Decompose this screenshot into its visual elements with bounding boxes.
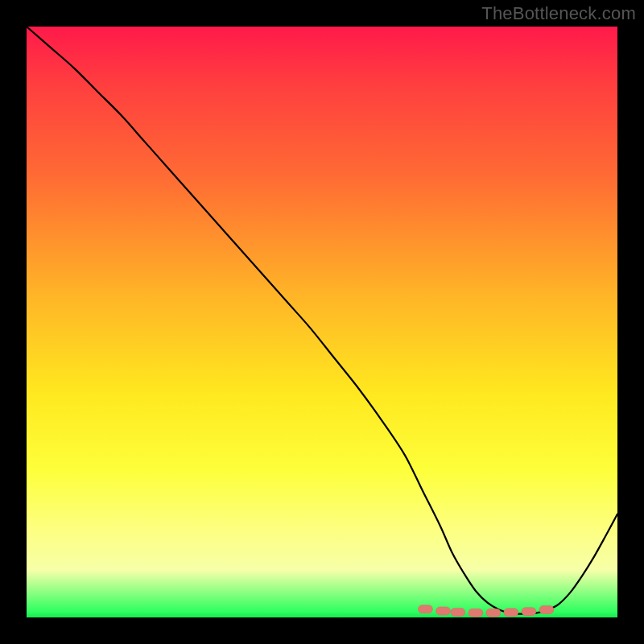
curve-marker <box>522 608 536 616</box>
chart-frame: TheBottleneck.com <box>0 0 644 644</box>
curve-marker <box>469 609 483 617</box>
curve-marker <box>504 609 518 617</box>
curve-marker <box>436 607 450 615</box>
curve-marker <box>539 605 554 613</box>
curve-marker <box>486 609 501 617</box>
markers-group <box>418 605 553 617</box>
chart-svg <box>27 27 617 617</box>
curve-marker <box>451 608 465 616</box>
curve-marker <box>418 605 432 613</box>
plot-area <box>27 27 617 617</box>
bottleneck-curve <box>27 27 617 614</box>
watermark-text: TheBottleneck.com <box>481 3 636 24</box>
